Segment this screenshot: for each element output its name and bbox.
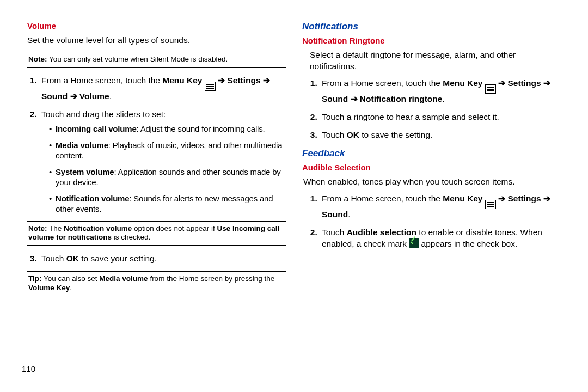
nr-step-2: Touch a ringtone to hear a sample and se… bbox=[320, 112, 566, 123]
bullet-lead: Media volume bbox=[56, 140, 108, 150]
ok-label: OK bbox=[347, 130, 359, 139]
menu-key-icon bbox=[485, 200, 496, 209]
period: . bbox=[442, 94, 444, 103]
note-notification-volume: Note: The Notification volume option doe… bbox=[27, 221, 286, 246]
menu-key-label: Menu Key bbox=[443, 194, 482, 203]
step-text: Touch bbox=[41, 254, 66, 263]
bullet-notification: Notification volume: Sounds for alerts t… bbox=[49, 193, 286, 215]
step-text: Touch a ringtone to hear a sample and se… bbox=[322, 112, 499, 121]
step-text: From a Home screen, touch the bbox=[322, 78, 443, 88]
nr-step-1: From a Home screen, touch the Menu Key ➔… bbox=[320, 78, 566, 105]
nr-steps: From a Home screen, touch the Menu Key ➔… bbox=[308, 78, 566, 141]
step-text: From a Home screen, touch the bbox=[41, 76, 162, 85]
arrow-icon: ➔ bbox=[348, 94, 360, 103]
tip-text: You can also set bbox=[42, 274, 100, 283]
tip-bold: Media volume bbox=[99, 274, 148, 283]
note-lead: Note: bbox=[28, 55, 47, 63]
slider-bullets: Incoming call volume: Adjust the sound f… bbox=[41, 124, 286, 215]
heading-audible-selection: Audible Selection bbox=[302, 162, 566, 173]
bullet-system: System volume: Application sounds and ot… bbox=[49, 167, 286, 188]
as-step-2: Touch Audible selection to enable or dis… bbox=[320, 227, 566, 250]
settings-label: Settings bbox=[227, 76, 260, 85]
settings-label: Settings bbox=[507, 194, 541, 203]
nr-step-3: Touch OK to save the setting. bbox=[320, 130, 566, 141]
arrow-icon: ➔ bbox=[496, 194, 508, 203]
left-column: Volume Set the volume level for all type… bbox=[22, 21, 286, 304]
step-text: to save the setting. bbox=[359, 130, 432, 139]
tip-box: Tip: You can also set Media volume from … bbox=[27, 271, 286, 296]
menu-key-label: Menu Key bbox=[162, 76, 202, 85]
arrow-icon: ➔ bbox=[496, 78, 508, 88]
arrow-icon: ➔ bbox=[68, 91, 79, 101]
note-text: The bbox=[47, 224, 64, 232]
bullet-lead: Notification volume bbox=[56, 194, 129, 203]
bullet-incoming: Incoming call volume: Adjust the sound f… bbox=[49, 124, 286, 134]
heading-feedback: Feedback bbox=[302, 148, 566, 160]
arrow-icon: ➔ bbox=[261, 76, 270, 85]
tip-text: from the Home screen by pressing the bbox=[148, 274, 275, 283]
as-steps: From a Home screen, touch the Menu Key ➔… bbox=[308, 193, 566, 250]
right-column: Notifications Notification Ringtone Sele… bbox=[302, 21, 566, 304]
page-number: 110 bbox=[22, 364, 35, 375]
bullet-lead: Incoming call volume bbox=[56, 124, 137, 133]
step-text: Touch and drag the sliders to set: bbox=[41, 109, 166, 119]
sound-label: Sound bbox=[41, 91, 68, 101]
volume-step-2: Touch and drag the sliders to set: Incom… bbox=[39, 109, 286, 214]
settings-label: Settings bbox=[507, 78, 541, 88]
ok-label: OK bbox=[66, 254, 79, 263]
note-lead: Note: bbox=[28, 224, 47, 232]
volume-label: Volume bbox=[79, 91, 109, 101]
bullet-lead: System volume bbox=[56, 167, 114, 176]
note-text: is checked. bbox=[112, 233, 150, 241]
note-silent-mode: Note: You can only set volume when Silen… bbox=[27, 52, 286, 68]
tip-bold: Volume Key bbox=[28, 284, 70, 292]
note-text: option does not appear if bbox=[132, 224, 217, 232]
menu-key-icon bbox=[205, 82, 216, 91]
heading-notification-ringtone: Notification Ringtone bbox=[302, 35, 566, 46]
bullet-body: : Adjust the sound for incoming calls. bbox=[137, 124, 265, 133]
heading-volume: Volume bbox=[27, 21, 286, 32]
as-intro: When enabled, tones play when you touch … bbox=[303, 176, 561, 188]
volume-step-3: Touch OK to save your setting. bbox=[39, 253, 286, 265]
arrow-icon: ➔ bbox=[541, 194, 550, 203]
note-body: You can only set volume when Silent Mode… bbox=[47, 55, 228, 63]
period: . bbox=[109, 91, 112, 101]
menu-key-label: Menu Key bbox=[443, 78, 482, 88]
page-container: Volume Set the volume level for all type… bbox=[0, 0, 588, 315]
step-text: appears in the check box. bbox=[419, 239, 517, 248]
menu-key-icon bbox=[485, 84, 496, 94]
volume-intro: Set the volume level for all types of so… bbox=[27, 35, 280, 46]
audible-selection-label: Audible selection bbox=[347, 228, 416, 237]
sound-label: Sound bbox=[322, 94, 348, 103]
arrow-icon: ➔ bbox=[216, 76, 228, 85]
bullet-media: Media volume: Playback of music, videos,… bbox=[49, 140, 286, 161]
step-text: to save your setting. bbox=[79, 254, 157, 263]
tip-text: . bbox=[70, 284, 72, 292]
target-label: Notification ringtone bbox=[360, 94, 443, 103]
note-bold: Notification volume bbox=[64, 224, 132, 232]
volume-steps-cont: Touch OK to save your setting. bbox=[27, 253, 286, 265]
volume-steps: From a Home screen, touch the Menu Key ➔… bbox=[27, 75, 286, 215]
step-text: Touch bbox=[322, 130, 347, 139]
volume-step-1: From a Home screen, touch the Menu Key ➔… bbox=[39, 75, 286, 102]
step-text: Touch bbox=[322, 228, 347, 237]
period: . bbox=[348, 210, 350, 219]
arrow-icon: ➔ bbox=[541, 78, 550, 88]
nr-intro: Select a default ringtone for message, a… bbox=[310, 50, 561, 72]
heading-notifications: Notifications bbox=[302, 21, 566, 33]
as-step-1: From a Home screen, touch the Menu Key ➔… bbox=[320, 193, 566, 220]
sound-label: Sound bbox=[322, 210, 348, 219]
checkmark-icon bbox=[409, 238, 419, 248]
step-text: From a Home screen, touch the bbox=[322, 194, 443, 203]
tip-lead: Tip: bbox=[28, 274, 42, 283]
